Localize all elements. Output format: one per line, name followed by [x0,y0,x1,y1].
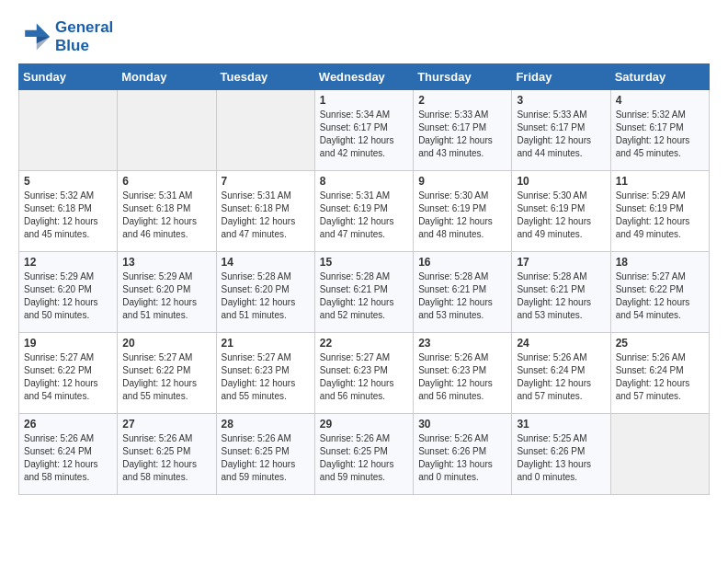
calendar-cell: 2Sunrise: 5:33 AM Sunset: 6:17 PM Daylig… [414,90,512,171]
day-number: 24 [517,337,605,350]
calendar-cell [610,414,709,495]
day-number: 20 [122,337,210,350]
calendar-cell [216,90,314,171]
svg-marker-1 [37,37,50,50]
calendar-cell: 21Sunrise: 5:27 AM Sunset: 6:23 PM Dayli… [216,333,314,414]
calendar-cell: 12Sunrise: 5:29 AM Sunset: 6:20 PM Dayli… [19,252,118,333]
calendar-cell: 30Sunrise: 5:26 AM Sunset: 6:26 PM Dayli… [414,414,512,495]
day-number: 7 [222,175,310,188]
cell-info: Sunrise: 5:26 AM Sunset: 6:25 PM Dayligh… [320,432,408,484]
logo-icon [18,20,51,53]
day-number: 4 [616,94,704,107]
day-number: 2 [418,94,506,107]
day-number: 3 [517,94,605,107]
day-number: 1 [320,94,408,107]
calendar-cell: 4Sunrise: 5:32 AM Sunset: 6:17 PM Daylig… [610,90,709,171]
day-number: 26 [24,418,112,431]
page-header: General Blue [18,18,710,54]
cell-info: Sunrise: 5:29 AM Sunset: 6:20 PM Dayligh… [24,270,112,322]
logo: General Blue [18,18,113,54]
logo-text: General Blue [55,18,113,54]
calendar-cell: 9Sunrise: 5:30 AM Sunset: 6:19 PM Daylig… [414,171,512,252]
cell-info: Sunrise: 5:26 AM Sunset: 6:24 PM Dayligh… [616,351,704,403]
cell-info: Sunrise: 5:26 AM Sunset: 6:25 PM Dayligh… [122,432,210,484]
day-number: 30 [418,418,506,431]
calendar-cell: 25Sunrise: 5:26 AM Sunset: 6:24 PM Dayli… [610,333,709,414]
cell-info: Sunrise: 5:28 AM Sunset: 6:20 PM Dayligh… [222,270,310,322]
day-number: 6 [122,175,210,188]
cell-info: Sunrise: 5:32 AM Sunset: 6:18 PM Dayligh… [24,190,112,241]
cell-info: Sunrise: 5:25 AM Sunset: 6:26 PM Dayligh… [517,432,605,484]
cell-info: Sunrise: 5:33 AM Sunset: 6:17 PM Dayligh… [517,109,605,160]
calendar-cell: 23Sunrise: 5:26 AM Sunset: 6:23 PM Dayli… [414,333,512,414]
weekday-header: Thursday [414,64,512,90]
cell-info: Sunrise: 5:30 AM Sunset: 6:19 PM Dayligh… [418,190,506,241]
weekday-header: Tuesday [216,64,314,90]
cell-info: Sunrise: 5:34 AM Sunset: 6:17 PM Dayligh… [320,109,408,160]
day-number: 22 [320,337,408,350]
calendar-cell: 11Sunrise: 5:29 AM Sunset: 6:19 PM Dayli… [610,171,709,252]
cell-info: Sunrise: 5:28 AM Sunset: 6:21 PM Dayligh… [517,270,605,322]
weekday-header: Friday [512,64,610,90]
day-number: 19 [24,337,112,350]
day-number: 5 [24,175,112,188]
calendar-cell: 20Sunrise: 5:27 AM Sunset: 6:22 PM Dayli… [118,333,216,414]
day-number: 15 [320,256,408,269]
day-number: 25 [616,337,704,350]
cell-info: Sunrise: 5:27 AM Sunset: 6:22 PM Dayligh… [24,351,112,403]
day-number: 12 [24,256,112,269]
calendar-cell: 16Sunrise: 5:28 AM Sunset: 6:21 PM Dayli… [414,252,512,333]
weekday-header: Monday [118,64,216,90]
cell-info: Sunrise: 5:32 AM Sunset: 6:17 PM Dayligh… [616,109,704,160]
cell-info: Sunrise: 5:29 AM Sunset: 6:19 PM Dayligh… [616,190,704,241]
day-number: 13 [122,256,210,269]
cell-info: Sunrise: 5:26 AM Sunset: 6:25 PM Dayligh… [222,432,310,484]
calendar-cell: 28Sunrise: 5:26 AM Sunset: 6:25 PM Dayli… [216,414,314,495]
cell-info: Sunrise: 5:26 AM Sunset: 6:23 PM Dayligh… [418,351,506,403]
day-number: 23 [418,337,506,350]
cell-info: Sunrise: 5:28 AM Sunset: 6:21 PM Dayligh… [320,270,408,322]
weekday-header: Wednesday [314,64,413,90]
cell-info: Sunrise: 5:27 AM Sunset: 6:23 PM Dayligh… [222,351,310,403]
calendar-cell: 31Sunrise: 5:25 AM Sunset: 6:26 PM Dayli… [512,414,610,495]
cell-info: Sunrise: 5:30 AM Sunset: 6:19 PM Dayligh… [517,190,605,241]
calendar-cell: 27Sunrise: 5:26 AM Sunset: 6:25 PM Dayli… [118,414,216,495]
calendar-table: SundayMondayTuesdayWednesdayThursdayFrid… [18,63,710,495]
cell-info: Sunrise: 5:28 AM Sunset: 6:21 PM Dayligh… [418,270,506,322]
day-number: 27 [122,418,210,431]
cell-info: Sunrise: 5:31 AM Sunset: 6:19 PM Dayligh… [320,190,408,241]
day-number: 9 [418,175,506,188]
day-number: 18 [616,256,704,269]
day-number: 17 [517,256,605,269]
cell-info: Sunrise: 5:31 AM Sunset: 6:18 PM Dayligh… [122,190,210,241]
calendar-cell: 3Sunrise: 5:33 AM Sunset: 6:17 PM Daylig… [512,90,610,171]
cell-info: Sunrise: 5:29 AM Sunset: 6:20 PM Dayligh… [122,270,210,322]
calendar-cell [19,90,118,171]
calendar-cell: 7Sunrise: 5:31 AM Sunset: 6:18 PM Daylig… [216,171,314,252]
weekday-header: Sunday [19,64,118,90]
cell-info: Sunrise: 5:27 AM Sunset: 6:23 PM Dayligh… [320,351,408,403]
calendar-cell: 6Sunrise: 5:31 AM Sunset: 6:18 PM Daylig… [118,171,216,252]
calendar-cell: 18Sunrise: 5:27 AM Sunset: 6:22 PM Dayli… [610,252,709,333]
calendar-cell: 15Sunrise: 5:28 AM Sunset: 6:21 PM Dayli… [314,252,413,333]
weekday-header: Saturday [610,64,709,90]
calendar-cell: 29Sunrise: 5:26 AM Sunset: 6:25 PM Dayli… [314,414,413,495]
cell-info: Sunrise: 5:26 AM Sunset: 6:24 PM Dayligh… [517,351,605,403]
calendar-cell: 19Sunrise: 5:27 AM Sunset: 6:22 PM Dayli… [19,333,118,414]
cell-info: Sunrise: 5:27 AM Sunset: 6:22 PM Dayligh… [616,270,704,322]
calendar-cell: 14Sunrise: 5:28 AM Sunset: 6:20 PM Dayli… [216,252,314,333]
calendar-cell: 22Sunrise: 5:27 AM Sunset: 6:23 PM Dayli… [314,333,413,414]
calendar-cell [118,90,216,171]
day-number: 31 [517,418,605,431]
day-number: 28 [222,418,310,431]
day-number: 16 [418,256,506,269]
day-number: 14 [222,256,310,269]
day-number: 11 [616,175,704,188]
day-number: 29 [320,418,408,431]
calendar-cell: 26Sunrise: 5:26 AM Sunset: 6:24 PM Dayli… [19,414,118,495]
cell-info: Sunrise: 5:26 AM Sunset: 6:26 PM Dayligh… [418,432,506,484]
calendar-cell: 10Sunrise: 5:30 AM Sunset: 6:19 PM Dayli… [512,171,610,252]
calendar-cell: 8Sunrise: 5:31 AM Sunset: 6:19 PM Daylig… [314,171,413,252]
calendar-cell: 13Sunrise: 5:29 AM Sunset: 6:20 PM Dayli… [118,252,216,333]
calendar-cell: 5Sunrise: 5:32 AM Sunset: 6:18 PM Daylig… [19,171,118,252]
